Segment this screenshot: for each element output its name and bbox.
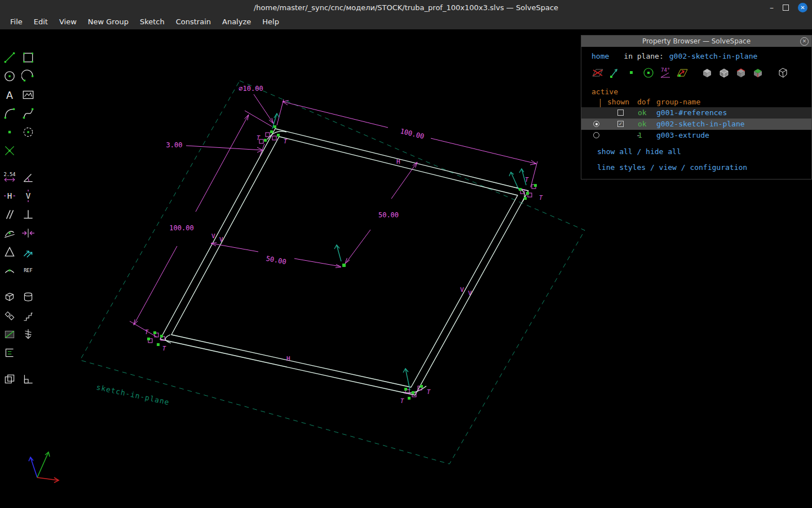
point-tool-button[interactable] (0, 122, 19, 141)
svg-text:A: A (6, 89, 13, 100)
vertical-constraint-tool-button[interactable]: V (19, 186, 37, 205)
home-link[interactable]: home (592, 52, 609, 60)
origin-point[interactable] (342, 264, 346, 267)
reference-dimension-tool-button[interactable]: REF (19, 261, 37, 279)
toggle-shaded-button[interactable] (699, 64, 716, 81)
extrude-tool-button[interactable] (0, 287, 19, 306)
ortho-view-tool-button[interactable] (0, 370, 19, 388)
symmetric-constraint-tool-button[interactable] (19, 224, 37, 242)
group-row-sketch-in-plane[interactable]: ✓ ok g002-sketch-in-plane (581, 119, 811, 130)
menu-view[interactable]: View (54, 15, 82, 29)
text-tool-button[interactable]: A (0, 85, 19, 104)
menu-file[interactable]: File (5, 15, 28, 29)
tangent-arc-tool-button[interactable] (0, 104, 19, 122)
group-row-extrude[interactable]: - 1 g003-extrude (581, 130, 811, 141)
tangent-constraint-tool-button[interactable] (0, 224, 19, 242)
toggle-normals-button[interactable] (606, 64, 623, 81)
horizontal-constraint-tool-button[interactable]: H (0, 186, 19, 205)
construction-tool-button[interactable] (19, 122, 37, 141)
dof-count: 1 (638, 130, 642, 141)
menu-constrain[interactable]: Constrain (170, 15, 217, 29)
close-button[interactable]: ✕ (798, 3, 807, 12)
in-plane-group-link[interactable]: g002-sketch-in-plane (669, 52, 758, 60)
toggle-workplanes-button[interactable] (589, 64, 606, 81)
extrude-icon (3, 290, 16, 304)
new-workplane-tool-button[interactable] (0, 325, 19, 343)
show-all-link[interactable]: show all (597, 147, 633, 156)
group-link-references[interactable]: g001-#references (656, 107, 727, 119)
toggle-constraints-button[interactable] (674, 64, 691, 81)
minimize-button[interactable]: – (770, 3, 774, 12)
lathe-tool-button[interactable] (19, 287, 37, 306)
hide-all-link[interactable]: hide all (646, 147, 681, 156)
image-tool-button[interactable] (19, 85, 37, 104)
menu-sketch[interactable]: Sketch (134, 15, 170, 29)
view-link[interactable]: view (659, 163, 677, 172)
shown-checkbox[interactable] (617, 110, 624, 116)
menu-help[interactable]: Help (257, 15, 285, 29)
parallel-constraint-tool-button[interactable] (0, 205, 19, 224)
rectangle-tool-button[interactable] (19, 48, 37, 67)
active-radio-selected[interactable] (593, 121, 599, 127)
toggle-points-button[interactable] (623, 64, 640, 81)
midpoint-constraint-tool-button[interactable] (0, 261, 19, 279)
workplane-label: sketch-in-plane (95, 383, 170, 406)
arc-tool-button[interactable] (19, 67, 37, 85)
maximize-button[interactable] (783, 5, 789, 11)
dimension-50-horizontal[interactable]: 50.00 (211, 243, 341, 268)
dim-label: 50.00 (378, 211, 399, 219)
svg-text:T: T (145, 329, 149, 335)
perpendicular-constraint-tool-button[interactable] (19, 205, 37, 224)
dimension-100-left[interactable]: 100.00 (130, 111, 272, 337)
toggle-outlines-button[interactable] (732, 64, 749, 81)
toggle-hidden-lines-button[interactable] (774, 64, 791, 81)
new-workplane-icon (3, 327, 16, 341)
configuration-link[interactable]: configuration (690, 163, 747, 172)
distance-constraint-tool-button[interactable]: 2.54 (0, 168, 19, 186)
step-rotate-tool-button[interactable] (19, 306, 37, 325)
group-link-sketch-in-plane[interactable]: g002-sketch-in-plane (656, 119, 745, 130)
dimension-diameter-10[interactable]: ⌀10.00 (239, 85, 273, 124)
section-tool-button[interactable] (0, 343, 19, 362)
align-view-tool-button[interactable] (19, 370, 37, 388)
separator: / (646, 163, 659, 172)
orientation-constraint-icon (21, 245, 35, 259)
svg-text:T: T (400, 398, 404, 404)
normal-arrows[interactable] (272, 113, 526, 390)
dimension-50-vertical[interactable]: 50.00 (345, 162, 417, 264)
angle-constraint-tool-button[interactable] (19, 168, 37, 186)
shown-checkbox-checked[interactable]: ✓ (617, 121, 624, 127)
helix-tool-button[interactable] (19, 325, 37, 343)
menu-analyze[interactable]: Analyze (217, 15, 257, 29)
toggle-edges-button[interactable] (716, 64, 732, 81)
svg-text:74°: 74° (661, 67, 670, 73)
tube-profile[interactable] (160, 129, 528, 395)
orientation-constraint-tool-button[interactable] (19, 242, 37, 261)
step-rotate-icon (21, 309, 35, 322)
menu-new-group[interactable]: New Group (82, 15, 134, 29)
group-link-extrude[interactable]: g003-extrude (656, 130, 709, 141)
property-browser-close-button[interactable]: ✕ (800, 37, 809, 46)
toggle-normals-icon (607, 65, 622, 80)
workplane-boundary[interactable]: sketch-in-plane (80, 81, 585, 464)
step-translate-tool-button[interactable] (0, 306, 19, 325)
dimension-100-top[interactable]: 100.00 (277, 99, 537, 187)
group-row-references[interactable]: ok g001-#references (581, 107, 811, 119)
section-icon (3, 346, 16, 360)
equal-constraint-tool-button[interactable] (0, 242, 19, 261)
spline-tool-button[interactable] (19, 104, 37, 122)
toggle-dimensions-icon: 74° (658, 65, 673, 80)
line-tool-button[interactable] (0, 48, 19, 67)
menu-edit[interactable]: Edit (28, 15, 54, 29)
dimension-3-wall[interactable]: 3.00 (166, 141, 264, 156)
active-radio[interactable] (593, 132, 599, 138)
split-curves-tool-button[interactable] (0, 141, 19, 160)
toggle-dimensions-button[interactable]: 74° (657, 64, 674, 81)
line-styles-link[interactable]: line styles (597, 163, 646, 172)
tangent-markers[interactable]: T T T T T T T T (145, 135, 543, 404)
toggle-construction-button[interactable] (640, 64, 657, 81)
maximize-icon (783, 5, 789, 11)
svg-text:T: T (427, 389, 431, 395)
circle-tool-button[interactable] (0, 67, 19, 85)
toggle-faces-button[interactable] (749, 64, 766, 81)
